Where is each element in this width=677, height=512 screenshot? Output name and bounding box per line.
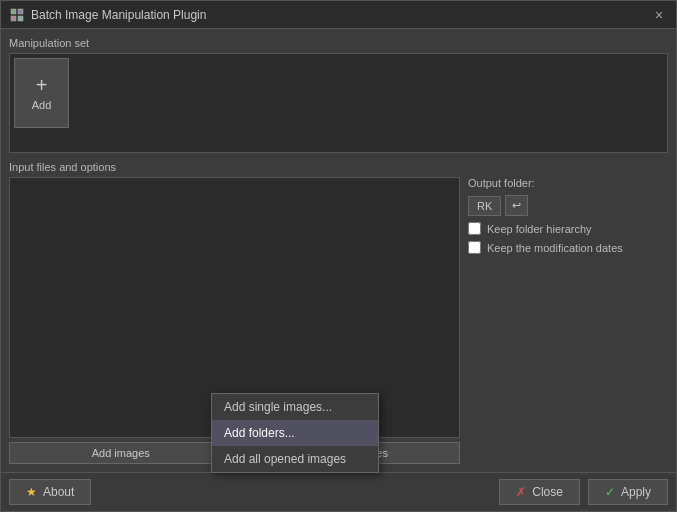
keep-dates-row: Keep the modification dates [468, 241, 668, 254]
keep-dates-checkbox[interactable] [468, 241, 481, 254]
svg-rect-3 [18, 16, 23, 21]
plus-icon: + [36, 75, 48, 95]
app-icon [9, 7, 25, 23]
apply-label: Apply [621, 485, 651, 499]
output-folder-row: RK ↩ [468, 195, 668, 216]
input-files-label: Input files and options [9, 161, 668, 173]
dropdown-item-folders[interactable]: Add folders... [212, 420, 378, 446]
keep-hierarchy-checkbox[interactable] [468, 222, 481, 235]
close-button[interactable]: ✗ Close [499, 479, 580, 505]
window-close-button[interactable]: × [650, 6, 668, 24]
main-window: Batch Image Manipulation Plugin × Manipu… [0, 0, 677, 512]
close-x-icon: ✗ [516, 485, 526, 499]
manipulation-set-section: Manipulation set + Add [9, 37, 668, 153]
add-manipulation-label: Add [32, 99, 52, 111]
svg-rect-2 [11, 16, 16, 21]
dropdown-item-single-images[interactable]: Add single images... [212, 394, 378, 420]
keep-dates-label: Keep the modification dates [487, 242, 623, 254]
apply-check-icon: ✓ [605, 485, 615, 499]
title-bar: Batch Image Manipulation Plugin × [1, 1, 676, 29]
bottom-right-buttons: ✗ Close ✓ Apply [499, 479, 668, 505]
title-bar-left: Batch Image Manipulation Plugin [9, 7, 206, 23]
arrow-button[interactable]: ↩ [505, 195, 528, 216]
keep-hierarchy-row: Keep folder hierarchy [468, 222, 668, 235]
window-title: Batch Image Manipulation Plugin [31, 8, 206, 22]
dropdown-item-opened-images[interactable]: Add all opened images [212, 446, 378, 472]
add-images-dropdown: Add single images... Add folders... Add … [211, 393, 379, 473]
close-label: Close [532, 485, 563, 499]
manipulation-set-box: + Add [9, 53, 668, 153]
svg-rect-0 [11, 9, 16, 14]
svg-rect-1 [18, 9, 23, 14]
bottom-bar: ★ About ✗ Close ✓ Apply [1, 472, 676, 511]
keep-hierarchy-label: Keep folder hierarchy [487, 223, 592, 235]
star-icon: ★ [26, 485, 37, 499]
about-label: About [43, 485, 74, 499]
add-images-button[interactable]: Add images [9, 442, 233, 464]
manipulation-set-label: Manipulation set [9, 37, 668, 49]
about-button[interactable]: ★ About [9, 479, 91, 505]
add-manipulation-button[interactable]: + Add [14, 58, 69, 128]
rk-button[interactable]: RK [468, 196, 501, 216]
output-folder-label: Output folder: [468, 177, 668, 189]
apply-button[interactable]: ✓ Apply [588, 479, 668, 505]
output-options: Output folder: RK ↩ Keep folder hierarch… [468, 177, 668, 464]
